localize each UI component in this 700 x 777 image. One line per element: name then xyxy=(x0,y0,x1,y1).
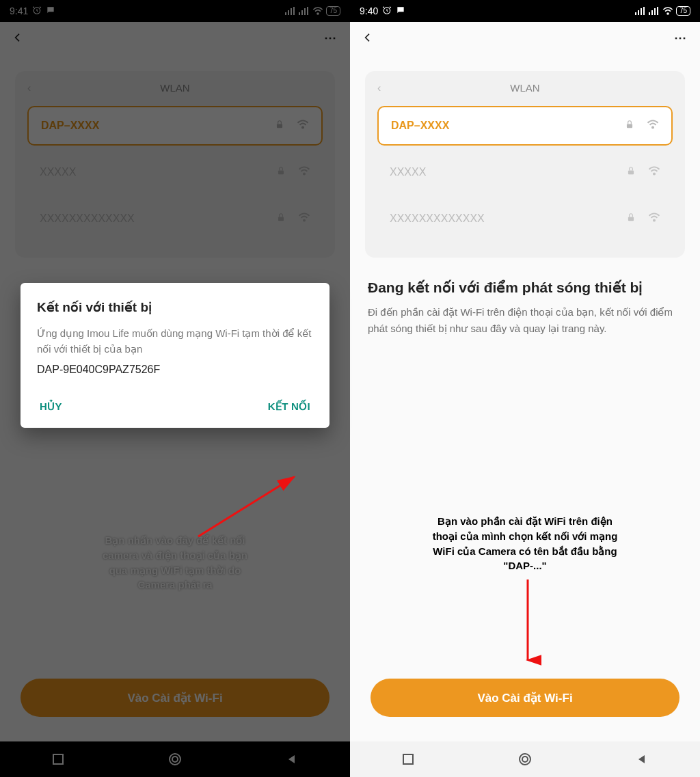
cancel-button[interactable]: HỦY xyxy=(37,396,65,417)
alarm-icon xyxy=(382,5,392,17)
svg-rect-21 xyxy=(635,12,636,15)
android-nav-bar xyxy=(350,741,700,777)
wifi-settings-button[interactable]: Vào Cài đặt Wi-Fi xyxy=(371,679,679,717)
wifi-name: XXXXXXXXXXXXX xyxy=(390,213,626,225)
svg-rect-30 xyxy=(627,124,632,128)
svg-point-33 xyxy=(654,173,655,174)
connect-button[interactable]: KẾT NỐI xyxy=(265,396,313,417)
lock-icon xyxy=(625,120,634,132)
page-title: Đang kết nối với điểm phát sóng thiết bị xyxy=(368,278,682,297)
svg-rect-28 xyxy=(657,7,658,15)
lock-icon xyxy=(626,166,636,178)
wlan-card: ‹ WLAN DAP–XXXX XXXXX XXXXXXXXXXXXX xyxy=(365,71,685,258)
status-time: 9:40 xyxy=(360,5,378,16)
wifi-item-selected[interactable]: DAP–XXXX xyxy=(377,106,673,146)
annotation-caption: Bạn vào phần cài đặt WiFi trên điện thoạ… xyxy=(350,514,700,573)
svg-rect-25 xyxy=(649,12,650,15)
card-back-icon: ‹ xyxy=(377,82,381,94)
annotation-arrow xyxy=(514,580,541,668)
screen-right: 9:40 75 ⋯ ‹ xyxy=(350,0,700,777)
svg-point-39 xyxy=(522,756,528,762)
wlan-title: WLAN xyxy=(510,82,539,94)
dialog-device-name: DAP-9E040C9PAZ7526F xyxy=(37,364,313,376)
lock-icon xyxy=(626,213,636,225)
signal-icon xyxy=(635,7,646,15)
svg-point-31 xyxy=(652,126,654,128)
svg-rect-24 xyxy=(643,7,645,15)
home-icon[interactable] xyxy=(518,752,532,766)
svg-rect-37 xyxy=(403,754,413,764)
wifi-item[interactable]: XXXXXXXXXXXXX xyxy=(377,199,673,238)
svg-point-29 xyxy=(667,13,669,14)
wifi-icon xyxy=(662,7,673,15)
wifi-signal-icon xyxy=(647,120,659,132)
status-bar: 9:40 75 xyxy=(350,0,700,22)
screen-left: 9:41 75 ⋯ ‹ xyxy=(0,0,350,777)
app-header: ⋯ xyxy=(350,22,700,53)
svg-point-38 xyxy=(520,754,530,765)
dialog-title: Kết nối với thiết bị xyxy=(37,299,313,315)
svg-rect-34 xyxy=(628,217,634,221)
back-nav-icon[interactable] xyxy=(635,752,649,766)
wifi-name: DAP–XXXX xyxy=(391,120,625,132)
svg-rect-32 xyxy=(628,170,634,174)
menu-icon[interactable]: ⋯ xyxy=(674,30,688,45)
recents-icon[interactable] xyxy=(401,752,415,766)
chat-icon xyxy=(396,5,405,17)
connect-dialog: Kết nối với thiết bị Ứng dụng Imou Life … xyxy=(21,283,329,428)
dialog-message: Ứng dụng Imou Life muốn dùng mạng Wi-Fi … xyxy=(37,326,313,357)
signal-icon-2 xyxy=(649,7,660,15)
back-icon[interactable] xyxy=(362,32,373,43)
svg-rect-23 xyxy=(641,8,642,15)
wifi-signal-icon xyxy=(648,166,660,178)
battery-icon: 75 xyxy=(676,6,690,16)
wifi-signal-icon xyxy=(648,213,660,225)
svg-rect-22 xyxy=(638,10,639,15)
wifi-name: XXXXX xyxy=(390,166,626,178)
svg-rect-26 xyxy=(651,10,653,15)
svg-rect-27 xyxy=(654,8,656,15)
page-description: Đi đến phần cài đặt Wi-Fi trên điện thoạ… xyxy=(368,304,682,336)
svg-point-35 xyxy=(654,219,655,221)
wifi-item[interactable]: XXXXX xyxy=(377,152,673,192)
